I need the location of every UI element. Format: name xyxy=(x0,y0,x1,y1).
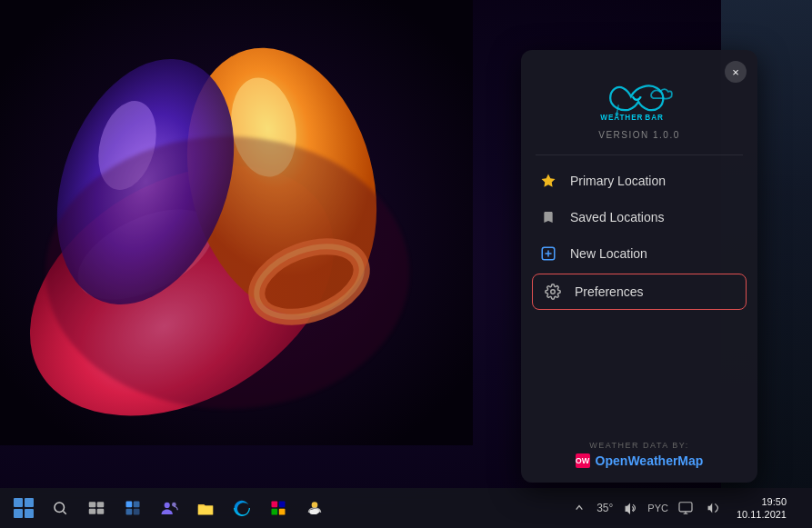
tray-language[interactable]: PYC xyxy=(645,495,671,521)
store-icon xyxy=(269,499,287,517)
svg-rect-29 xyxy=(272,509,278,515)
tray-area: 35° PYC xyxy=(566,495,726,521)
taskbar: 35° PYC xyxy=(0,488,812,528)
footer-brand-name: OpenWeatherMap xyxy=(596,453,704,468)
svg-point-16 xyxy=(55,503,65,513)
svg-rect-19 xyxy=(89,509,96,514)
svg-rect-20 xyxy=(97,509,105,514)
popup-menu: Primary Location Saved Locations New Loc… xyxy=(521,155,757,430)
svg-rect-34 xyxy=(679,503,692,512)
primary-location-label: Primary Location xyxy=(570,174,666,188)
svg-rect-24 xyxy=(134,509,140,515)
svg-rect-21 xyxy=(126,502,133,508)
menu-item-saved-locations[interactable]: Saved Locations xyxy=(521,199,757,235)
svg-point-33 xyxy=(309,509,318,514)
taskbar-edge-button[interactable] xyxy=(226,492,258,524)
taskbar-start-button[interactable] xyxy=(7,492,40,524)
tray-audio-icon[interactable] xyxy=(700,495,726,521)
monitor-icon xyxy=(678,502,693,514)
svg-rect-22 xyxy=(134,502,140,508)
taskbar-left xyxy=(7,492,566,524)
clock-date: 10.11.2021 xyxy=(737,508,787,521)
taskbar-store-button[interactable] xyxy=(262,492,295,524)
teams-icon xyxy=(160,500,178,516)
logo-svg: WEATHER BAR xyxy=(594,73,685,125)
tray-show-hidden[interactable] xyxy=(566,495,592,521)
svg-rect-30 xyxy=(279,509,286,515)
taskbar-weather-button[interactable] xyxy=(298,492,331,524)
preferences-label: Preferences xyxy=(575,284,643,299)
windows-logo-icon xyxy=(14,498,34,518)
svg-text:BAR: BAR xyxy=(645,114,663,122)
clock-time: 19:50 xyxy=(761,495,787,508)
svg-rect-27 xyxy=(272,502,278,508)
svg-point-25 xyxy=(165,503,170,508)
close-button[interactable]: × xyxy=(725,61,747,83)
weather-icon xyxy=(306,499,324,517)
svg-rect-28 xyxy=(279,502,286,508)
tray-monitor-icon[interactable] xyxy=(673,495,698,521)
svg-text:WEATHER: WEATHER xyxy=(600,114,643,122)
svg-point-9 xyxy=(45,136,409,409)
chevron-up-icon xyxy=(575,503,584,513)
speaker-icon xyxy=(623,502,637,514)
search-icon xyxy=(52,500,68,516)
svg-rect-17 xyxy=(89,502,96,507)
menu-item-new-location[interactable]: New Location xyxy=(521,235,757,272)
svg-point-15 xyxy=(551,290,556,294)
taskbar-teams-button[interactable] xyxy=(153,492,185,524)
bookmark-icon xyxy=(539,208,557,226)
saved-locations-label: Saved Locations xyxy=(570,210,665,224)
weather-bar-popup: × WEATHER BAR VERSION 1.0.0 xyxy=(521,50,757,483)
tray-show-desktop[interactable] xyxy=(797,495,805,521)
edge-icon xyxy=(233,499,251,517)
taskbar-right: 35° PYC xyxy=(566,495,805,522)
gear-icon xyxy=(544,283,562,301)
svg-rect-23 xyxy=(126,509,133,515)
widgets-icon xyxy=(125,500,141,516)
plus-icon xyxy=(539,244,557,263)
app-logo: WEATHER BAR xyxy=(594,72,685,126)
close-icon: × xyxy=(732,65,739,79)
svg-line-10 xyxy=(617,105,618,113)
svg-rect-18 xyxy=(97,502,105,507)
footer-label: WEATHER DATA BY: xyxy=(589,441,689,450)
new-location-label: New Location xyxy=(570,246,647,261)
version-label: VERSION 1.0.0 xyxy=(598,130,680,140)
popup-header: WEATHER BAR VERSION 1.0.0 xyxy=(521,50,757,154)
explorer-icon xyxy=(196,500,215,516)
menu-item-primary-location[interactable]: Primary Location xyxy=(521,163,757,199)
svg-point-26 xyxy=(172,503,176,507)
taskbar-widgets-button[interactable] xyxy=(116,492,149,524)
taskbar-taskview-button[interactable] xyxy=(80,492,113,524)
taskbar-clock[interactable]: 19:50 10.11.2021 xyxy=(731,495,792,522)
menu-item-preferences[interactable]: Preferences xyxy=(532,274,747,310)
svg-point-31 xyxy=(312,502,318,508)
taskbar-search-button[interactable] xyxy=(44,492,76,524)
taskview-icon xyxy=(88,501,105,515)
footer-brand[interactable]: OW OpenWeatherMap xyxy=(576,453,704,468)
audio-icon xyxy=(707,502,719,514)
tray-temperature[interactable]: 35° xyxy=(594,495,616,521)
tray-volume-icon[interactable] xyxy=(617,495,643,521)
taskbar-explorer-button[interactable] xyxy=(189,492,222,524)
owm-logo-icon: OW xyxy=(576,453,590,468)
popup-footer: WEATHER DATA BY: OW OpenWeatherMap xyxy=(521,430,757,483)
star-icon xyxy=(539,172,557,190)
desktop-art xyxy=(0,0,473,445)
